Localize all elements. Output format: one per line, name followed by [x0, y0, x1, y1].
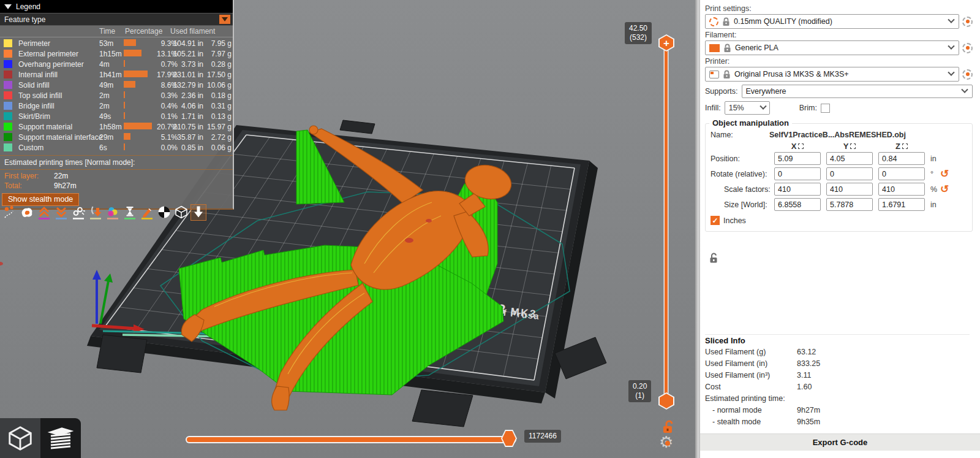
travel-paths-icon[interactable] [2, 204, 18, 221]
pause-prints-icon[interactable] [122, 204, 138, 221]
feature-filament-weight: 0.31 g [205, 102, 232, 110]
moves-slider-tooltip: 1172466 [524, 430, 561, 443]
brim-label: Brim: [799, 104, 817, 112]
manipulation-row-label: Rotate (relative): [710, 170, 774, 178]
sliced-info-panel: Sliced Info Used Filament (g)63.12Used F… [705, 334, 970, 429]
feature-filament-weight: 7.95 g [205, 39, 232, 48]
supports-dropdown[interactable]: Everywhere [742, 85, 973, 98]
infill-value: 15% [729, 104, 758, 112]
retractions-icon[interactable] [36, 204, 52, 221]
legend-column-headers: Time Percentage Used filament [0, 26, 233, 37]
deretractions-icon[interactable] [53, 204, 69, 221]
feature-color-swatch [4, 39, 12, 47]
manipulation-value-input[interactable] [878, 167, 925, 180]
feature-label: Top solid infill [18, 91, 62, 100]
3d-viewport[interactable]: ORIGINAL PRUSA i3MK3 by Josef Prusa [0, 0, 695, 458]
manipulation-value-input[interactable] [774, 152, 821, 165]
moves-slider-track[interactable] [187, 437, 515, 442]
feature-color-swatch [4, 143, 12, 151]
manipulation-value-input[interactable] [826, 152, 873, 165]
feature-filament-weight: 0.28 g [205, 60, 232, 69]
preset-settings-gear-icon[interactable] [962, 69, 973, 80]
manipulation-value-input[interactable] [878, 198, 925, 211]
feature-time: 2m [99, 102, 110, 110]
brim-checkbox[interactable] [821, 104, 830, 113]
sliced-info-row: Used Filament (in)833.25 [705, 359, 970, 371]
legend-title: Legend [16, 2, 40, 11]
export-gcode-button[interactable]: Export G-code [700, 433, 980, 451]
panel-divider[interactable] [695, 0, 700, 458]
manipulation-row-label: Scale factors: [710, 185, 774, 194]
legend-titlebar[interactable]: Legend [0, 0, 233, 13]
axis-box-icon [902, 143, 908, 149]
tool-changes-icon[interactable] [88, 204, 104, 221]
custom-gcodes-icon[interactable] [139, 204, 155, 221]
feature-percent-bar [124, 50, 141, 56]
inches-checkbox[interactable]: ✓ [710, 216, 720, 225]
preset-settings-gear-icon[interactable] [962, 43, 973, 53]
chevron-down-icon [760, 103, 766, 110]
color-changes-icon[interactable] [105, 204, 121, 221]
feature-filament-weight: 7.97 g [205, 50, 232, 58]
axis-header-z: Z [878, 142, 925, 151]
legend-toolbar [2, 204, 206, 221]
legend-feature-row: Support material interface29m5.1%35.87 i… [0, 132, 233, 143]
manipulation-value-input[interactable] [878, 183, 925, 196]
preset-combo[interactable]: Generic PLA [705, 40, 959, 55]
manipulation-value-input[interactable] [826, 183, 873, 196]
seams-icon[interactable] [70, 204, 86, 221]
feature-filament-weight: 0.06 g [205, 143, 232, 152]
reset-icon[interactable]: ↺ [940, 184, 949, 194]
legend-feature-row: Skirt/Brim49s0.1%1.71 in0.13 g [0, 112, 233, 122]
manipulation-value-input[interactable] [878, 152, 925, 165]
editor-view-button[interactable] [0, 418, 40, 458]
feature-percent-bar [124, 39, 136, 46]
preset-settings-gear-icon[interactable] [962, 17, 973, 27]
axis-header-x: X [774, 142, 821, 151]
legend-feature-row: Overhang perimeter4m0.7%3.73 in0.28 g [0, 59, 233, 70]
feature-filament-weight: 0.13 g [205, 112, 232, 121]
manipulation-value-input[interactable] [774, 198, 821, 211]
view-type-dropdown[interactable]: Feature type [0, 13, 233, 26]
filament-color-swatch [709, 44, 720, 52]
collapse-legend-icon[interactable] [190, 204, 206, 221]
feature-color-swatch [4, 50, 12, 58]
sliced-info-row: Cost1.60 [705, 383, 970, 394]
sliced-info-row: Used Filament (in³)3.11 [705, 371, 970, 383]
slider-settings-gear-icon[interactable]: ⚙ [659, 434, 676, 451]
manipulation-value-input[interactable] [774, 167, 821, 180]
manipulation-value-input[interactable] [826, 198, 873, 211]
uniform-scale-lock-icon[interactable] [709, 253, 718, 265]
manipulation-row: Scale factors:%↺ [710, 183, 967, 196]
feature-filament-weight: 17.50 g [205, 71, 232, 79]
layer-slider-track[interactable] [665, 43, 668, 400]
infill-dropdown[interactable]: 15% [725, 101, 770, 115]
feature-time: 1h15m [99, 50, 122, 58]
legend-feature-row: Internal infill1h41m17.9%231.01 in17.50 … [0, 70, 233, 80]
preset-value: Original Prusa i3 MK3S & MK3S+ [734, 70, 945, 78]
feature-color-swatch [4, 102, 12, 110]
preview-view-button[interactable] [40, 418, 81, 458]
legend-feature-row: Bridge infill2m0.4%4.06 in0.31 g [0, 101, 233, 112]
feature-time: 1h58m [99, 123, 122, 131]
feature-label: Internal infill [18, 71, 58, 79]
feature-label: External perimeter [18, 50, 78, 58]
supports-value: Everywhere [746, 87, 959, 96]
shells-icon[interactable] [19, 204, 35, 221]
collapse-triangle-icon[interactable] [4, 4, 12, 9]
reset-icon[interactable]: ↺ [940, 169, 949, 179]
bounding-box-icon[interactable] [173, 204, 189, 221]
feature-label: Support material [18, 123, 72, 131]
chevron-down-icon [961, 86, 968, 93]
preset-combo[interactable]: 0.15mm QUALITY (modified) [705, 14, 959, 29]
dropdown-arrow-icon[interactable] [219, 15, 230, 24]
preset-combo[interactable]: Original Prusa i3 MK3S & MK3S+ [705, 67, 959, 82]
manipulation-value-input[interactable] [774, 183, 821, 196]
feature-percent-bar [124, 133, 130, 140]
manipulation-value-input[interactable] [826, 167, 873, 180]
center-of-gravity-icon[interactable] [156, 204, 172, 221]
feature-filament-length: 2.36 in [160, 91, 203, 100]
view-mode-switch [0, 418, 81, 458]
feature-percent-bar [124, 81, 135, 88]
settings-sidebar: Print settings:0.15mm QUALITY (modified)… [700, 0, 980, 458]
